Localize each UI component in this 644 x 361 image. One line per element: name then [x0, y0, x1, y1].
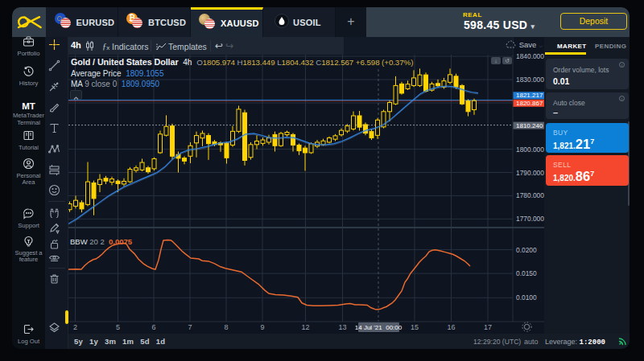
svg-text:↺: ↺: [505, 58, 510, 64]
svg-text:1810.240: 1810.240: [516, 122, 543, 129]
svg-text:1821.217: 1821.217: [516, 92, 543, 99]
svg-text:1770.000: 1770.000: [516, 215, 544, 223]
svg-text:13: 13: [338, 323, 346, 331]
svg-text:1790.000: 1790.000: [516, 169, 544, 177]
svg-text:15: 15: [411, 323, 419, 331]
svg-text:16: 16: [447, 323, 455, 331]
svg-text:0.0150: 0.0150: [516, 269, 537, 277]
svg-text:7: 7: [188, 323, 192, 331]
svg-text:1800.000: 1800.000: [516, 146, 544, 154]
svg-text:1780.000: 1780.000: [516, 191, 544, 199]
svg-text:8: 8: [224, 323, 228, 331]
svg-text:5: 5: [116, 323, 120, 331]
svg-text:1820.867: 1820.867: [516, 100, 543, 107]
svg-text:0.0200: 0.0200: [516, 246, 537, 254]
svg-text:0.0100: 0.0100: [516, 293, 537, 302]
svg-text:6: 6: [151, 323, 155, 331]
svg-text:2: 2: [73, 323, 77, 331]
svg-text:14 Jul '21 00:00: 14 Jul '21 00:00: [355, 324, 402, 331]
svg-text:9: 9: [260, 323, 264, 331]
svg-text:12: 12: [301, 323, 309, 331]
svg-text:17: 17: [484, 323, 492, 331]
svg-text:1830.000: 1830.000: [516, 76, 544, 84]
svg-text:1840.000: 1840.000: [516, 52, 544, 60]
svg-text:↓: ↓: [494, 58, 497, 64]
